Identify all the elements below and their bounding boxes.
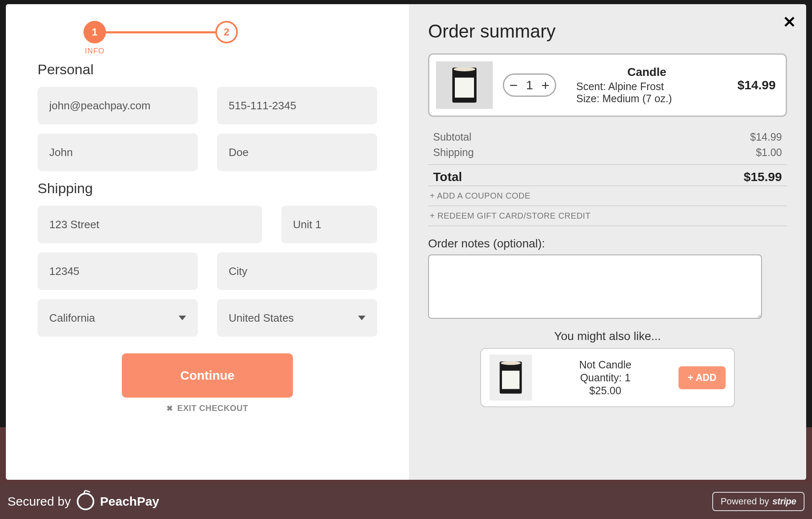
- order-notes-textarea[interactable]: [428, 254, 762, 319]
- suggestion-card: Not Candle Quantity: 1 $25.00 + ADD: [480, 348, 735, 407]
- suggestion-thumbnail: [489, 355, 532, 401]
- country-select[interactable]: [217, 299, 377, 337]
- total-label: Total: [433, 170, 462, 184]
- city-field[interactable]: [217, 252, 377, 290]
- powered-by-label: Powered by: [721, 496, 769, 507]
- footer: Secured by PeachPay Powered by stripe: [0, 484, 812, 519]
- item-size: Size: Medium (7 oz.): [576, 93, 727, 105]
- stripe-badge[interactable]: Powered by stripe: [712, 492, 804, 511]
- candle-icon: [450, 65, 479, 105]
- item-name: Candle: [566, 66, 727, 79]
- secured-by-label: Secured by: [8, 494, 71, 509]
- quantity-stepper[interactable]: − 1 +: [503, 73, 556, 97]
- info-panel: 1 2 INFO Personal Shipping: [6, 4, 409, 480]
- step-connector: [106, 31, 215, 33]
- total-value: $15.99: [744, 170, 782, 184]
- shipping-value: $1.00: [756, 146, 782, 159]
- suggestion-name: Not Candle: [544, 359, 667, 371]
- close-icon: ✖: [166, 404, 173, 413]
- suggestion-qty: Quantity: 1: [544, 372, 667, 384]
- exit-label: EXIT CHECKOUT: [177, 403, 248, 413]
- product-thumbnail: [436, 61, 493, 109]
- email-field[interactable]: [38, 87, 198, 124]
- redeem-giftcard-link[interactable]: + REDEEM GIFT CARD/STORE CREDIT: [428, 206, 787, 226]
- candle-icon: [497, 359, 524, 396]
- subtotal-label: Subtotal: [433, 131, 472, 143]
- address1-field[interactable]: [38, 206, 262, 243]
- brand-name: PeachPay: [100, 494, 159, 509]
- step-1-circle[interactable]: 1: [83, 21, 106, 43]
- country-value[interactable]: [217, 299, 377, 337]
- chevron-down-icon: [358, 316, 366, 320]
- address2-field[interactable]: [281, 206, 377, 243]
- checkout-modal: 1 2 INFO Personal Shipping: [6, 4, 806, 480]
- summary-heading: Order summary: [428, 21, 787, 42]
- svg-rect-1: [455, 78, 474, 98]
- item-scent: Scent: Alpine Frost: [576, 81, 727, 93]
- shipping-heading: Shipping: [38, 180, 377, 197]
- qty-minus-button[interactable]: −: [507, 78, 520, 92]
- continue-button[interactable]: Continue: [122, 353, 293, 398]
- first-name-field[interactable]: [38, 134, 198, 171]
- item-price: $14.99: [737, 78, 776, 92]
- state-value[interactable]: [38, 299, 198, 337]
- phone-field[interactable]: [217, 87, 377, 124]
- summary-panel: ✕ Order summary − 1 + Candle Scent: Alpi…: [409, 4, 806, 480]
- stripe-logo: stripe: [772, 496, 796, 507]
- suggestion-price: $25.00: [544, 385, 667, 397]
- suggestion-heading: You might also like...: [428, 330, 787, 343]
- notes-label: Order notes (optional):: [428, 237, 787, 250]
- peachpay-icon: [77, 493, 94, 510]
- qty-plus-button[interactable]: +: [539, 78, 552, 92]
- svg-point-2: [454, 67, 475, 71]
- chevron-down-icon: [179, 316, 186, 320]
- svg-point-5: [501, 361, 521, 365]
- step-1-label: INFO: [83, 47, 106, 55]
- close-modal-button[interactable]: ✕: [783, 14, 796, 30]
- cart-item: − 1 + Candle Scent: Alpine Frost Size: M…: [428, 53, 787, 117]
- zip-field[interactable]: [38, 252, 198, 290]
- add-coupon-link[interactable]: + ADD A COUPON CODE: [428, 186, 787, 206]
- subtotal-value: $14.99: [750, 131, 782, 143]
- personal-heading: Personal: [38, 61, 377, 78]
- state-select[interactable]: [38, 299, 198, 337]
- exit-checkout-link[interactable]: ✖ EXIT CHECKOUT: [166, 403, 248, 413]
- svg-rect-4: [502, 371, 519, 389]
- stepper: 1 2: [83, 21, 238, 43]
- step-2-circle[interactable]: 2: [215, 21, 238, 43]
- qty-value: 1: [526, 78, 533, 92]
- last-name-field[interactable]: [217, 134, 377, 171]
- shipping-label: Shipping: [433, 146, 474, 159]
- add-suggestion-button[interactable]: + ADD: [678, 366, 726, 389]
